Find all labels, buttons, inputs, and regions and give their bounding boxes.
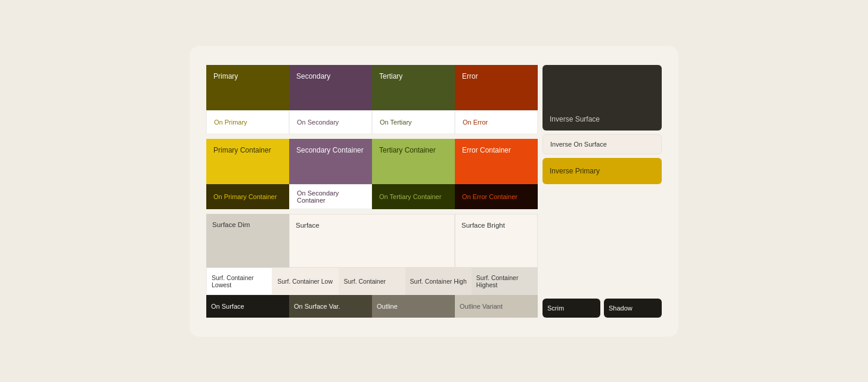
outline-swatch: Outline xyxy=(372,295,455,318)
on-tertiary-label: On Tertiary xyxy=(372,110,455,134)
surf-container-low-swatch: Surf. Container Low xyxy=(272,268,339,295)
primary-container-swatch: Primary Container xyxy=(206,139,289,184)
error-container-swatch: Error Container xyxy=(455,139,538,184)
color-palette: Primary Secondary Tertiary Error On Prim… xyxy=(190,46,678,337)
on-primary-container-label: On Primary Container xyxy=(206,184,289,209)
surf-container-lowest-swatch: Surf. Container Lowest xyxy=(206,268,272,295)
surf-container-swatch: Surf. Container xyxy=(339,268,405,295)
on-tertiary-container-label: On Tertiary Container xyxy=(372,184,455,209)
row-surf-containers: Surf. Container Lowest Surf. Container L… xyxy=(206,268,538,295)
row-main-colors: Primary Secondary Tertiary Error xyxy=(206,65,538,110)
primary-swatch: Primary xyxy=(206,65,289,110)
right-section: Inverse Surface Inverse On Surface Inver… xyxy=(542,65,662,318)
left-section: Primary Secondary Tertiary Error On Prim… xyxy=(206,65,538,318)
on-surface-swatch: On Surface xyxy=(206,295,289,318)
surf-container-highest-swatch: Surf. Container Highest xyxy=(472,268,538,295)
row-surface-colors: Surface Dim Surface Surface Bright xyxy=(206,214,538,268)
shadow-swatch: Shadow xyxy=(604,299,662,318)
tertiary-swatch: Tertiary xyxy=(372,65,455,110)
row-on-container-colors: On Primary Container On Secondary Contai… xyxy=(206,184,538,209)
secondary-swatch: Secondary xyxy=(289,65,372,110)
error-swatch: Error xyxy=(455,65,538,110)
row-container-colors: Primary Container Secondary Container Te… xyxy=(206,139,538,184)
row-scrim-shadow: Scrim Shadow xyxy=(542,299,662,318)
row-on-surface: On Surface On Surface Var. Outline Outli… xyxy=(206,295,538,318)
secondary-container-swatch: Secondary Container xyxy=(289,139,372,184)
surface-bright-swatch: Surface Bright xyxy=(455,214,538,268)
surface-swatch: Surface xyxy=(289,214,455,268)
inverse-on-surface-label: Inverse On Surface xyxy=(542,134,662,154)
on-secondary-label: On Secondary xyxy=(289,110,372,134)
inverse-surface-swatch: Inverse Surface xyxy=(542,65,662,131)
scrim-swatch: Scrim xyxy=(542,299,600,318)
outline-variant-swatch: Outline Variant xyxy=(455,295,538,318)
on-error-container-label: On Error Container xyxy=(455,184,538,209)
on-primary-label: On Primary xyxy=(206,110,289,134)
inverse-primary-swatch: Inverse Primary xyxy=(542,158,662,184)
on-error-label: On Error xyxy=(455,110,538,134)
surface-dim-swatch: Surface Dim xyxy=(206,214,289,268)
row-on-colors: On Primary On Secondary On Tertiary On E… xyxy=(206,110,538,134)
tertiary-container-swatch: Tertiary Container xyxy=(372,139,455,184)
on-surface-var-swatch: On Surface Var. xyxy=(289,295,372,318)
on-secondary-container-label: On Secondary Container xyxy=(289,184,372,209)
surf-container-high-swatch: Surf. Container High xyxy=(405,268,472,295)
